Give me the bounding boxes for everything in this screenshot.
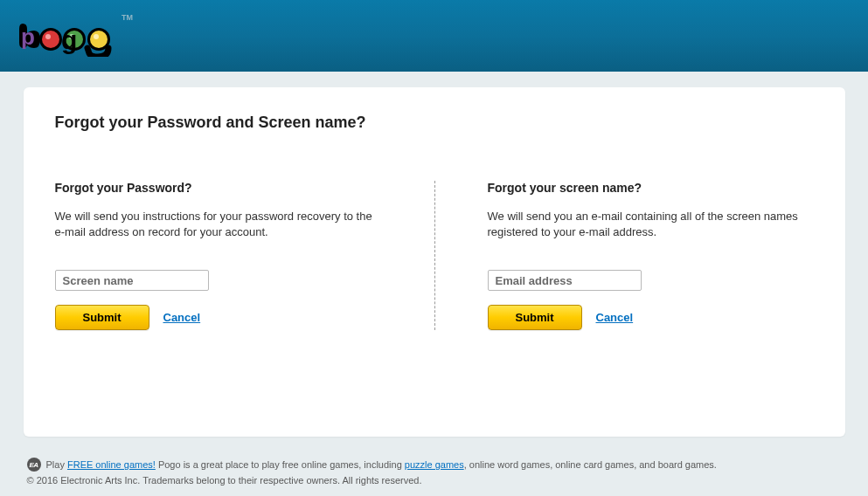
footer-mid-text-1: Pogo is a great place to play free onlin… xyxy=(156,459,405,470)
footer-mid-text-2: , online word games, online card games, … xyxy=(464,459,717,470)
pogo-logo[interactable]: p g TM xyxy=(17,15,121,57)
columns: Forgot your Password? We will send you i… xyxy=(55,181,814,330)
submit-screenname-button[interactable]: Submit xyxy=(488,305,582,330)
puzzle-games-link[interactable]: puzzle games xyxy=(405,459,464,470)
email-input[interactable] xyxy=(488,270,642,291)
cancel-password-link[interactable]: Cancel xyxy=(163,311,201,324)
footer-line-1: EA Play FREE online games! Pogo is a gre… xyxy=(27,458,842,472)
svg-point-5 xyxy=(45,34,51,39)
screen-name-input[interactable] xyxy=(55,270,209,291)
svg-text:p: p xyxy=(21,24,35,50)
free-online-games-link[interactable]: FREE online games! xyxy=(67,459,156,470)
footer-copyright: © 2016 Electronic Arts Inc. Trademarks b… xyxy=(27,475,842,486)
trademark-label: TM xyxy=(122,13,133,22)
svg-point-4 xyxy=(42,31,59,48)
forgot-screenname-text: We will send you an e-mail containing al… xyxy=(488,209,814,240)
footer-play-label: Play xyxy=(46,459,67,470)
site-footer: EA Play FREE online games! Pogo is a gre… xyxy=(24,458,845,494)
main-card: Forgot your Password and Screen name? Fo… xyxy=(24,87,845,437)
screenname-actions: Submit Cancel xyxy=(488,305,814,330)
ea-icon: EA xyxy=(27,458,41,472)
page-title: Forgot your Password and Screen name? xyxy=(55,114,814,132)
cancel-screenname-link[interactable]: Cancel xyxy=(596,311,634,324)
svg-point-9 xyxy=(90,31,108,48)
forgot-password-text: We will send you instructions for your p… xyxy=(55,209,382,240)
password-actions: Submit Cancel xyxy=(55,305,382,330)
forgot-screenname-title: Forgot your screen name? xyxy=(488,181,814,195)
forgot-password-section: Forgot your Password? We will send you i… xyxy=(55,181,434,330)
svg-text:g: g xyxy=(61,25,77,54)
submit-password-button[interactable]: Submit xyxy=(55,305,149,330)
site-header: p g TM xyxy=(0,0,868,72)
forgot-password-title: Forgot your Password? xyxy=(55,181,382,195)
forgot-screenname-section: Forgot your screen name? We will send yo… xyxy=(434,181,814,330)
svg-point-10 xyxy=(94,34,99,39)
